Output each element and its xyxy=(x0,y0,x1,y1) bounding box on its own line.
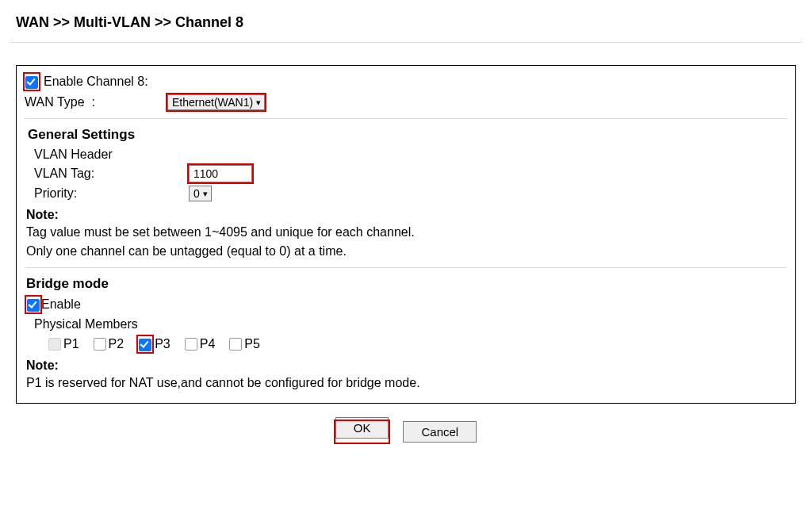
port-item-p5: P5 xyxy=(229,337,260,351)
port-item-p3: P3 xyxy=(138,336,170,352)
priority-label: Priority: xyxy=(34,186,189,201)
port-p3-label: P3 xyxy=(155,337,170,351)
priority-value: 0 xyxy=(193,187,200,200)
priority-select[interactable]: 0 ▾ xyxy=(189,186,212,201)
breadcrumb: WAN >> Multi-VLAN >> Channel 8 xyxy=(10,13,802,43)
vlan-tag-label: VLAN Tag: xyxy=(34,167,189,181)
ok-button[interactable]: OK xyxy=(335,417,389,439)
port-p5-label: P5 xyxy=(244,337,260,351)
divider xyxy=(25,267,787,268)
port-p3-checkbox[interactable] xyxy=(139,339,151,351)
port-p1-checkbox xyxy=(48,338,61,351)
vlan-tag-highlight: 1100 xyxy=(189,165,252,182)
bridge-enable-highlight xyxy=(26,297,40,312)
chevron-down-icon: ▾ xyxy=(203,189,208,199)
bridge-enable-checkbox[interactable] xyxy=(27,299,40,312)
port-p2-label: P2 xyxy=(109,337,124,351)
port-list: P1P2P3P4P5 xyxy=(48,336,787,352)
port-p5-checkbox[interactable] xyxy=(229,338,242,351)
divider xyxy=(25,118,787,119)
port-p3-highlight xyxy=(138,336,152,352)
port-p2-checkbox[interactable] xyxy=(94,338,106,351)
note2-title: Note: xyxy=(26,358,787,373)
bridge-mode-title: Bridge mode xyxy=(26,276,787,292)
port-item-p1: P1 xyxy=(48,337,79,351)
enable-channel-label: Enable Channel 8: xyxy=(44,75,148,89)
general-settings-title: General Settings xyxy=(28,127,787,143)
enable-channel-highlight xyxy=(25,74,39,90)
config-panel: Enable Channel 8: WAN Type : Ethernet(WA… xyxy=(16,65,796,404)
port-item-p4: P4 xyxy=(185,337,216,351)
wan-type-highlight: Ethernet(WAN1) ▾ xyxy=(167,94,265,110)
ok-button-highlight: OK xyxy=(335,421,389,443)
wan-type-value: Ethernet(WAN1) xyxy=(172,96,253,109)
vlan-header-label: VLAN Header xyxy=(34,148,113,162)
wan-type-select[interactable]: Ethernet(WAN1) ▾ xyxy=(167,94,265,110)
note1-line2: Only one channel can be untagged (equal … xyxy=(26,243,787,260)
port-item-p2: P2 xyxy=(94,337,124,351)
physical-members-label: Physical Members xyxy=(34,317,787,331)
port-p4-checkbox[interactable] xyxy=(185,338,197,351)
vlan-tag-input[interactable]: 1100 xyxy=(189,165,252,182)
port-p4-label: P4 xyxy=(200,337,216,351)
note2-line1: P1 is reserved for NAT use,and cannot be… xyxy=(26,374,787,392)
note1-title: Note: xyxy=(26,208,787,222)
port-p1-label: P1 xyxy=(63,337,79,351)
note1-line1: Tag value must be set between 1~4095 and… xyxy=(26,224,787,241)
wan-type-label: WAN Type : xyxy=(25,95,167,109)
chevron-down-icon: ▾ xyxy=(256,98,261,108)
cancel-button[interactable]: Cancel xyxy=(403,421,477,443)
bridge-enable-label: Enable xyxy=(41,297,81,312)
enable-channel-checkbox[interactable] xyxy=(25,76,38,89)
